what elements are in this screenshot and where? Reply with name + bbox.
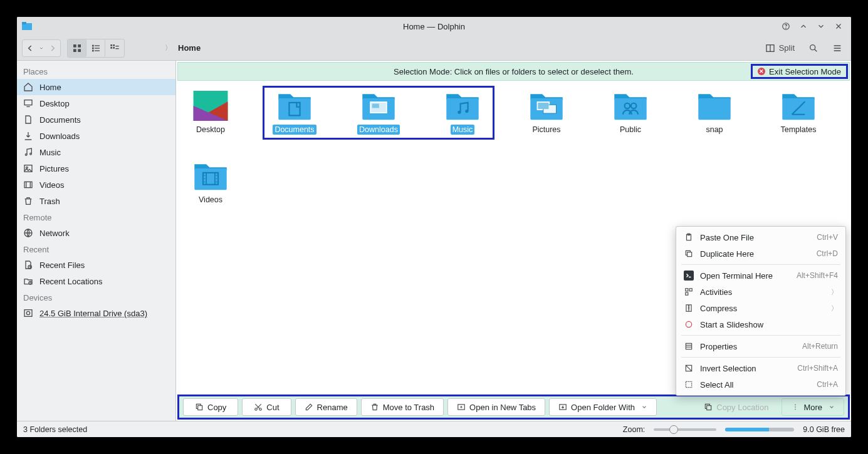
copy-button[interactable]: Copy [183, 398, 238, 416]
toolbar: 〉 Home Split [17, 36, 851, 61]
svg-rect-6 [73, 49, 76, 52]
sidebar-item-recent-files[interactable]: Recent Files [17, 257, 175, 273]
file-item-public[interactable]: Public [607, 90, 654, 135]
menu-activities[interactable]: Activities〉 [676, 284, 845, 300]
minimize-button[interactable] [798, 21, 808, 31]
compress-icon [684, 303, 694, 313]
svg-rect-27 [24, 100, 32, 105]
sidebar-item-home[interactable]: Home [17, 79, 175, 95]
close-button[interactable] [834, 21, 844, 31]
recent-locations-icon [23, 276, 33, 286]
file-label: Music [451, 125, 475, 135]
activities-icon [684, 287, 694, 297]
details-view-button[interactable] [105, 39, 124, 57]
invert-icon [684, 363, 694, 373]
file-label: Desktop [194, 125, 227, 135]
menu-invert-selection[interactable]: Invert SelectionCtrl+Shift+A [676, 360, 845, 376]
menu-slideshow[interactable]: Start a Slideshow [676, 316, 845, 333]
file-item-videos[interactable]: Videos [187, 160, 234, 205]
sidebar-item-desktop[interactable]: Desktop [17, 95, 175, 111]
svg-rect-52 [538, 103, 548, 109]
file-item-desktop[interactable]: Desktop [187, 90, 234, 135]
sidebar-item-label: Music [39, 148, 61, 157]
open-folder-with-button[interactable]: Open Folder With [549, 398, 657, 416]
svg-point-70 [795, 405, 797, 406]
back-history-dropdown[interactable] [38, 40, 45, 56]
sidebar-item-documents[interactable]: Documents [17, 111, 175, 128]
svg-point-80 [686, 321, 691, 327]
menu-properties[interactable]: PropertiesAlt+Return [676, 338, 845, 354]
home-icon [23, 82, 33, 92]
submenu-arrow-icon: 〉 [831, 287, 838, 297]
move-to-trash-button[interactable]: Move to Trash [361, 398, 444, 416]
sidebar-item-label: Downloads [39, 132, 80, 141]
sidebar-item-label: Pictures [39, 164, 69, 173]
svg-point-48 [458, 111, 461, 114]
file-label: Pictures [530, 125, 562, 135]
forward-button[interactable] [45, 40, 60, 56]
dolphin-window: Home — Dolphin 〉 Home Split [17, 17, 851, 437]
sidebar-item-recent-locations[interactable]: Recent Locations [17, 273, 175, 289]
titlebar: Home — Dolphin [17, 17, 851, 36]
breadcrumb[interactable]: 〉 Home [165, 43, 201, 53]
sidebar-item-downloads[interactable]: Downloads [17, 128, 175, 144]
maximize-button[interactable] [816, 21, 826, 31]
split-button[interactable]: Split [761, 41, 798, 56]
file-item-templates[interactable]: Templates [775, 90, 822, 135]
svg-rect-19 [115, 48, 118, 49]
sidebar-item-network[interactable]: Network [17, 225, 175, 241]
places-panel: PlacesHomeDesktopDocumentsDownloadsMusic… [17, 61, 176, 421]
window-title: Home — Dolphin [17, 22, 851, 31]
file-item-documents[interactable]: Documents [271, 90, 318, 135]
menu-duplicate[interactable]: Duplicate HereCtrl+D [676, 245, 845, 262]
menu-paste[interactable]: Paste One FileCtrl+V [676, 229, 845, 245]
menu-compress[interactable]: Compress〉 [676, 300, 845, 316]
slideshow-icon [684, 319, 694, 329]
compact-view-button[interactable] [86, 39, 105, 57]
svg-rect-11 [95, 48, 100, 48]
icons-view-button[interactable] [68, 39, 86, 57]
sidebar-item-24-5-gib-internal-drive-sda3-[interactable]: 24.5 GiB Internal Drive (sda3) [17, 305, 175, 321]
sidebar-item-music[interactable]: Music [17, 144, 175, 160]
svg-point-59 [204, 178, 206, 179]
svg-rect-9 [95, 45, 100, 46]
menu-select-all[interactable]: Select AllCtrl+A [676, 376, 845, 393]
properties-icon [684, 341, 694, 351]
zoom-slider[interactable] [654, 428, 716, 431]
help-button[interactable] [781, 21, 791, 31]
sidebar-item-videos[interactable]: Videos [17, 177, 175, 193]
svg-point-32 [26, 167, 28, 168]
sidebar-header: Remote [17, 209, 175, 225]
file-label: Downloads [357, 125, 400, 135]
sidebar-item-pictures[interactable]: Pictures [17, 160, 175, 177]
trash-icon [370, 403, 379, 411]
back-button[interactable] [23, 40, 38, 56]
cut-button[interactable]: Cut [242, 398, 291, 416]
svg-rect-47 [372, 104, 379, 108]
open-in-new-tabs-button[interactable]: Open in New Tabs [447, 398, 545, 416]
sidebar-item-label: Recent Files [39, 261, 85, 270]
more-button[interactable]: More [782, 398, 844, 416]
file-label: Videos [197, 195, 224, 205]
exit-selection-mode-button[interactable]: ✕ Exit Selection Mode [751, 64, 848, 79]
search-button[interactable] [805, 39, 822, 57]
rename-button[interactable]: Rename [295, 398, 357, 416]
downloads-icon [23, 131, 33, 141]
file-label: Public [618, 125, 643, 135]
duplicate-icon [684, 249, 694, 259]
svg-rect-8 [92, 44, 94, 46]
sidebar-item-trash[interactable]: Trash [17, 193, 175, 209]
menu-open-terminal[interactable]: Open Terminal HereAlt+Shift+F4 [676, 267, 845, 284]
file-item-downloads[interactable]: Downloads [355, 90, 402, 135]
copy-location-icon [704, 403, 713, 411]
more-context-menu: Paste One FileCtrl+V Duplicate HereCtrl+… [676, 226, 846, 396]
svg-rect-17 [113, 47, 115, 49]
sidebar-header: Recent [17, 241, 175, 257]
paste-icon [684, 232, 694, 242]
close-icon: ✕ [758, 68, 765, 75]
file-item-pictures[interactable]: Pictures [523, 90, 570, 135]
copy-icon [195, 403, 204, 411]
hamburger-menu-button[interactable] [829, 39, 846, 57]
file-item-music[interactable]: Music [439, 90, 486, 135]
file-item-snap[interactable]: snap [691, 90, 738, 135]
